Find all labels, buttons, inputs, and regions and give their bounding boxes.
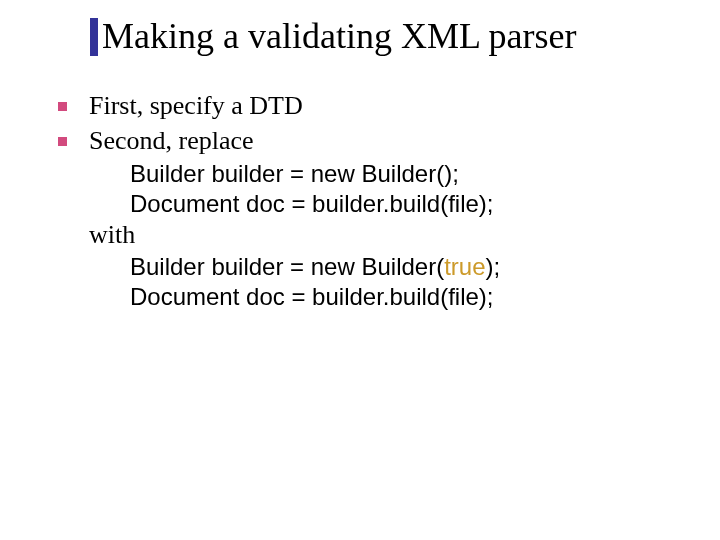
square-bullet-icon <box>58 137 67 146</box>
code-fragment: Builder builder = new Builder( <box>130 253 444 280</box>
keyword-true: true <box>444 253 485 280</box>
slide-title: Making a validating XML parser <box>102 18 577 56</box>
with-label: with <box>89 219 690 252</box>
accent-bar <box>90 18 98 56</box>
bullet-item: First, specify a DTD <box>58 90 690 123</box>
bullet-item: Second, replace <box>58 125 690 158</box>
slide-body: First, specify a DTD Second, replace Bui… <box>58 90 690 312</box>
square-bullet-icon <box>58 102 67 111</box>
bullet-text: First, specify a DTD <box>89 90 303 123</box>
code-line: Document doc = builder.build(file); <box>130 282 690 312</box>
code-line: Document doc = builder.build(file); <box>130 189 690 219</box>
code-line: Builder builder = new Builder(true); <box>130 252 690 282</box>
title-row: Making a validating XML parser <box>90 18 690 56</box>
bullet-text: Second, replace <box>89 125 254 158</box>
code-line: Builder builder = new Builder(); <box>130 159 690 189</box>
code-fragment: ); <box>486 253 501 280</box>
slide: Making a validating XML parser First, sp… <box>0 0 720 540</box>
